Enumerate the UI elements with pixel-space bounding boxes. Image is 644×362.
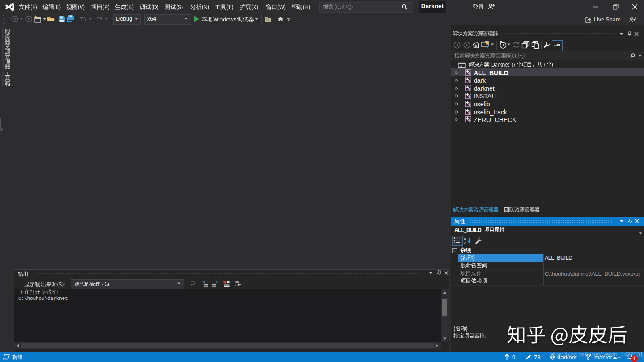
svg-text:Z: Z <box>464 241 466 244</box>
svg-text:A: A <box>464 237 466 241</box>
svg-text:c: c <box>235 283 237 287</box>
